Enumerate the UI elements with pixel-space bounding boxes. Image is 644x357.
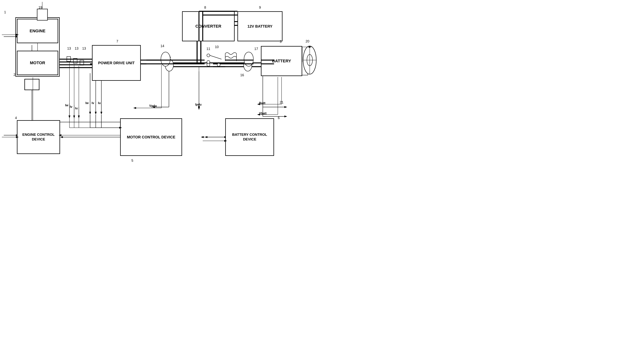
ref-13b: 13 bbox=[75, 47, 78, 51]
ref-17: 17 bbox=[254, 47, 258, 51]
engine-motor-outer bbox=[16, 17, 60, 77]
svg-marker-25 bbox=[100, 112, 102, 115]
system-diagram: 1 19 ENGINE MOTOR 2 12 13 13 13 POWER DR… bbox=[0, 0, 322, 179]
ref-2: 2 bbox=[14, 73, 16, 77]
svg-marker-23 bbox=[95, 112, 97, 115]
svg-point-68 bbox=[207, 63, 210, 66]
ref-13c: 13 bbox=[82, 47, 86, 51]
iv-label: Iv bbox=[92, 101, 94, 105]
svg-marker-36 bbox=[284, 116, 287, 117]
converter-box: CONVERTER bbox=[182, 11, 235, 41]
battery-control-box: BATTERY CONTROL DEVICE bbox=[225, 118, 274, 156]
svg-marker-33 bbox=[284, 106, 287, 108]
ref-3: 3 bbox=[280, 40, 282, 44]
ref-10: 10 bbox=[215, 45, 219, 49]
small-box-12 bbox=[24, 79, 40, 90]
sensor-13b bbox=[73, 58, 77, 64]
ref-14: 14 bbox=[160, 44, 164, 48]
ref-6: 6 bbox=[278, 116, 280, 120]
ct-sensor-17 bbox=[243, 52, 254, 67]
iv-signal-label: Iv bbox=[70, 105, 72, 109]
ibatt-label: Ibatt bbox=[259, 101, 266, 105]
battery-box: BATTERY bbox=[261, 46, 302, 76]
svg-point-71 bbox=[244, 52, 254, 66]
ref-16: 16 bbox=[240, 73, 244, 77]
iw-label: Iw bbox=[86, 101, 88, 105]
ct-sensor-14 bbox=[160, 52, 171, 67]
sensor-13c bbox=[80, 60, 84, 65]
wheel-symbol bbox=[302, 45, 317, 75]
iu-label: Iu bbox=[98, 101, 100, 105]
svg-point-69 bbox=[217, 63, 220, 66]
svg-marker-30 bbox=[198, 106, 200, 109]
iu-signal-label: Iu bbox=[75, 107, 78, 110]
sensor-13a bbox=[67, 56, 71, 62]
ipdu-label: Ipdu bbox=[195, 103, 202, 106]
svg-point-63 bbox=[207, 54, 210, 57]
iw-signal-label: Iw bbox=[65, 104, 68, 107]
ref-9: 9 bbox=[259, 6, 261, 10]
ref-13a: 13 bbox=[67, 47, 71, 51]
ref-21: 21 bbox=[280, 101, 284, 104]
vpdu-label: Vpdu bbox=[149, 104, 157, 108]
motor-control-box: MOTOR CONTROL DEVICE bbox=[120, 118, 182, 156]
relay-switch bbox=[203, 50, 240, 69]
engine-control-box: ENGINE CONTROL DEVICE bbox=[17, 120, 60, 154]
battery-12v-box: 12V BATTERY bbox=[238, 11, 282, 41]
ref-19: 19 bbox=[38, 6, 42, 10]
ref-20: 20 bbox=[306, 40, 309, 43]
svg-line-65 bbox=[210, 55, 222, 59]
ref-1: 1 bbox=[4, 10, 6, 14]
vbatt-label: Vbatt bbox=[259, 112, 266, 115]
ref-7: 7 bbox=[116, 40, 118, 43]
svg-marker-21 bbox=[89, 112, 91, 115]
ref-5: 5 bbox=[132, 159, 133, 163]
pdu-box: POWER DRIVE UNIT bbox=[92, 45, 141, 81]
ref-8: 8 bbox=[204, 6, 206, 10]
svg-point-70 bbox=[161, 52, 170, 66]
svg-point-64 bbox=[207, 61, 210, 64]
ref-4: 4 bbox=[15, 116, 17, 120]
svg-marker-42 bbox=[204, 136, 208, 138]
svg-marker-38 bbox=[60, 136, 63, 138]
